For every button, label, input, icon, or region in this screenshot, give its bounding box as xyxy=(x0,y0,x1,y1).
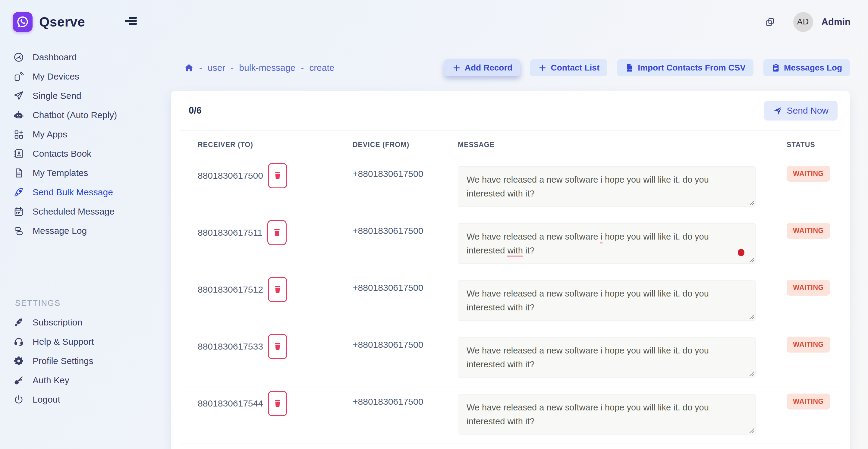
sidebar-settings-heading: SETTINGS xyxy=(15,299,169,308)
address-book-icon xyxy=(13,148,24,159)
spellcheck-underline: with xyxy=(507,246,523,257)
table-row: 8801830617500 +8801830617500 We have rel… xyxy=(180,159,841,216)
receiver-number: 8801830617544 xyxy=(198,398,263,409)
resize-grip[interactable] xyxy=(749,314,754,319)
sidebar-item-label: My Templates xyxy=(33,168,88,178)
send-icon xyxy=(773,106,783,116)
receiver-number: 8801830617500 xyxy=(198,170,263,181)
message-textarea[interactable]: We have released a new software i hope y… xyxy=(458,394,755,435)
col-receiver: RECEIVER (TO) xyxy=(198,141,352,149)
messages-log-label: Messages Log xyxy=(784,63,842,73)
brand[interactable]: Qserve xyxy=(13,12,85,32)
trash-icon xyxy=(273,228,281,237)
contact-list-button[interactable]: Contact List xyxy=(530,59,607,76)
delete-row-button[interactable] xyxy=(268,277,287,302)
messages-log-button[interactable]: Messages Log xyxy=(764,59,850,76)
delete-row-button[interactable] xyxy=(267,220,287,245)
sidebar-item-label: Send Bulk Message xyxy=(33,187,113,197)
status-badge: WAITING xyxy=(786,336,830,353)
dashboard-icon xyxy=(13,52,24,63)
sidebar-item-contacts-book[interactable]: Contacts Book xyxy=(0,144,169,163)
resize-grip[interactable] xyxy=(749,257,754,262)
sidebar-item-auth-key[interactable]: Auth Key xyxy=(0,371,169,390)
page: Qserve AD Admin Dashboard xyxy=(0,0,868,449)
sidebar-item-label: Scheduled Message xyxy=(33,206,115,217)
clipboard-icon xyxy=(771,63,780,72)
sidebar-item-label: Subscription xyxy=(33,317,82,327)
log-pills-icon xyxy=(13,225,24,236)
copy-pages-icon[interactable] xyxy=(766,18,775,27)
send-now-button[interactable]: Send Now xyxy=(764,101,838,121)
sidebar-item-chatbot[interactable]: Chatbot (Auto Reply) xyxy=(0,105,169,125)
import-contacts-csv-label: Import Contacts From CSV xyxy=(638,63,746,73)
table-row: 8801830617511 +8801830617500 We have rel… xyxy=(180,216,841,273)
sidebar-item-profile-settings[interactable]: Profile Settings xyxy=(0,351,169,371)
template-file-icon xyxy=(13,167,24,179)
status-badge: WAITING xyxy=(786,393,830,410)
sidebar-item-my-devices[interactable]: My Devices xyxy=(0,67,169,86)
add-record-button[interactable]: Add Record xyxy=(444,59,521,76)
delete-row-button[interactable] xyxy=(268,391,287,416)
breadcrumb-user[interactable]: user xyxy=(208,63,225,73)
sidebar-item-label: My Apps xyxy=(33,129,67,139)
sidebar-item-single-send[interactable]: Single Send xyxy=(0,86,169,105)
sidebar-item-label: Chatbot (Auto Reply) xyxy=(33,110,117,120)
delete-row-button[interactable] xyxy=(268,334,287,359)
sidebar-item-subscription[interactable]: Subscription xyxy=(0,313,169,332)
message-text: We have released a new software i hope y… xyxy=(467,175,709,198)
delete-row-button[interactable] xyxy=(268,163,287,188)
sidebar-item-help-support[interactable]: Help & Support xyxy=(0,332,169,351)
message-textarea[interactable]: We have released a new software i hope y… xyxy=(458,280,755,321)
col-status: STATUS xyxy=(786,141,841,149)
status-badge: WAITING xyxy=(786,223,830,239)
page-actions: Add Record Contact List CSV Import Conta… xyxy=(444,59,850,76)
breadcrumb-bulk-message[interactable]: bulk-message xyxy=(239,63,296,73)
status-badge: WAITING xyxy=(786,280,830,296)
resize-grip[interactable] xyxy=(749,428,754,433)
message-textarea[interactable]: We have released a new software i hope y… xyxy=(458,166,755,207)
table-row: 8801830617533 +8801830617500 We have rel… xyxy=(180,330,841,387)
sidebar-item-send-bulk-message[interactable]: Send Bulk Message xyxy=(0,183,169,202)
resize-grip[interactable] xyxy=(749,371,754,376)
grammar-extension-dot xyxy=(738,249,744,256)
sidebar-item-scheduled-message[interactable]: Scheduled Message xyxy=(0,202,169,221)
sidebar-item-dashboard[interactable]: Dashboard xyxy=(0,47,169,67)
main-content: - user - bulk-message - create Add Recor… xyxy=(171,44,850,449)
sidebar-item-message-log[interactable]: Message Log xyxy=(0,221,169,240)
apps-grid-icon xyxy=(13,129,24,140)
sidebar-item-logout[interactable]: Logout xyxy=(0,390,169,409)
bulk-message-card: 0/6 Send Now RECEIVER (TO) DEVICE (FROM)… xyxy=(171,91,850,449)
breadcrumb-create[interactable]: create xyxy=(309,63,334,73)
sidebar-item-my-templates[interactable]: My Templates xyxy=(0,163,169,183)
message-text: We have released a new software i hope y… xyxy=(467,346,709,369)
sidebar-item-label: Logout xyxy=(33,394,60,405)
send-progress-counter: 0/6 xyxy=(189,105,202,116)
device-number: +8801830617500 xyxy=(352,159,458,216)
table-row: 8801830617544 +8801830617500 We have rel… xyxy=(180,387,841,444)
col-message: MESSAGE xyxy=(458,141,786,149)
sidebar-item-label: Help & Support xyxy=(33,336,94,347)
message-textarea[interactable]: We have released a new software i hope y… xyxy=(458,223,755,264)
sidebar-item-label: Dashboard xyxy=(33,52,77,62)
home-icon[interactable] xyxy=(184,63,194,73)
sidebar-item-label: Single Send xyxy=(33,91,82,101)
resize-grip[interactable] xyxy=(749,200,754,205)
sidebar-item-label: My Devices xyxy=(33,71,79,82)
sidebar-toggle-hamburger-icon[interactable] xyxy=(125,17,137,27)
avatar-initials: AD xyxy=(797,17,809,27)
rocket-filled-icon xyxy=(13,317,24,328)
power-icon xyxy=(13,394,24,405)
calendar-icon xyxy=(13,206,24,217)
avatar[interactable]: AD xyxy=(793,12,813,32)
message-textarea[interactable]: We have released a new software i hope y… xyxy=(458,337,755,378)
message-text: We have released a new software i hope y… xyxy=(467,289,709,312)
sidebar-item-my-apps[interactable]: My Apps xyxy=(0,125,169,144)
breadcrumb-separator: - xyxy=(199,63,202,73)
card-header: 0/6 Send Now xyxy=(180,91,841,130)
device-number: +8801830617500 xyxy=(352,273,458,330)
import-contacts-csv-button[interactable]: CSV Import Contacts From CSV xyxy=(617,59,753,76)
message-text: We have released a new software i hope y… xyxy=(467,403,709,426)
topbar: Qserve AD Admin xyxy=(0,0,868,44)
breadcrumb: - user - bulk-message - create xyxy=(171,63,335,73)
user-name[interactable]: Admin xyxy=(822,17,850,27)
